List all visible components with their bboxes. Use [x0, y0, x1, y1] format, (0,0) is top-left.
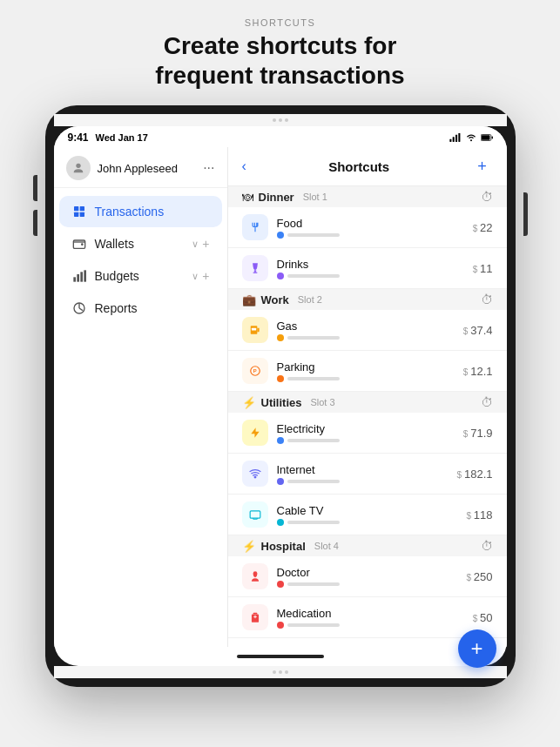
medication-bar: [287, 623, 340, 627]
internet-name: Internet: [277, 463, 457, 476]
dinner-slot-label: Slot 1: [303, 192, 327, 202]
hospital-slot-name: Hospital: [261, 540, 306, 553]
hospital-slot-label: Slot 4: [314, 541, 339, 551]
dinner-slot-name: Dinner: [259, 191, 294, 204]
gas-bar: [287, 336, 340, 340]
header-title: Create shortcuts for frequent transactio…: [155, 31, 404, 90]
utilities-clock-icon: ⏱: [481, 395, 493, 409]
shortcut-food[interactable]: Food $ 22: [228, 207, 507, 248]
shortcut-gas[interactable]: Gas $ 37.4: [228, 310, 507, 351]
main-panel: ‹ Shortcuts + 🍽 Dinner Slot 1 ⏱: [228, 147, 507, 647]
shortcut-doctor[interactable]: Doctor $ 250: [228, 556, 507, 597]
svg-rect-9: [74, 206, 78, 211]
svg-point-4: [470, 140, 472, 142]
svg-rect-10: [79, 206, 84, 211]
sidebar-header: John Appleseed ···: [54, 147, 227, 188]
dinner-slot-icon: 🍽: [242, 191, 253, 204]
drinks-bar: [287, 274, 340, 278]
gas-amount: $ 37.4: [463, 324, 493, 337]
shortcut-cabletv[interactable]: Cable TV $ 118: [228, 495, 507, 535]
hospital-clock-icon: ⏱: [481, 539, 493, 553]
svg-rect-0: [449, 139, 451, 142]
gas-icon: [242, 317, 268, 343]
cabletv-bar: [287, 521, 340, 524]
shortcuts-list: 🍽 Dinner Slot 1 ⏱: [228, 186, 507, 647]
drinks-icon: [242, 255, 268, 281]
sidebar-item-budgets[interactable]: Budgets ∨ +: [59, 260, 222, 292]
drinks-details: Drinks: [277, 258, 473, 279]
parking-amount: $ 12.1: [463, 365, 493, 378]
medication-icon: [242, 604, 268, 630]
svg-rect-3: [458, 133, 460, 142]
dot-b3: [285, 670, 288, 674]
svg-rect-22: [251, 328, 255, 331]
app-area: John Appleseed ···: [54, 147, 507, 647]
doctor-icon: [242, 563, 268, 589]
status-date: Wed Jan 17: [96, 132, 148, 143]
utilities-slot-label: Slot 3: [310, 397, 334, 407]
transactions-icon: [71, 204, 87, 219]
budgets-plus[interactable]: +: [202, 269, 209, 283]
dot1: [273, 118, 276, 122]
sidebar-item-transactions[interactable]: Transactions: [59, 196, 222, 227]
wifi-icon: [465, 133, 477, 142]
sidebar-budgets-label: Budgets: [95, 269, 139, 283]
dot3: [285, 118, 288, 122]
work-slot-name: Work: [261, 293, 289, 306]
status-icons: [449, 133, 493, 142]
work-slot-icon: 💼: [242, 293, 256, 306]
reports-icon: [71, 300, 87, 316]
slot-work: 💼 Work Slot 2 ⏱: [228, 289, 507, 310]
electricity-name: Electricity: [277, 422, 463, 435]
svg-marker-25: [251, 427, 259, 438]
sidebar-item-reports[interactable]: Reports: [59, 293, 222, 324]
shortcut-electricity[interactable]: Electricity $ 71.9: [228, 413, 507, 454]
shortcut-medication[interactable]: Medication $ 50: [228, 597, 507, 638]
slot-dinner: 🍽 Dinner Slot 1 ⏱: [228, 186, 507, 207]
wallets-plus[interactable]: +: [202, 237, 209, 251]
add-shortcut-button[interactable]: +: [472, 156, 493, 177]
medication-dot: [277, 622, 284, 629]
username-label: John Appleseed: [98, 162, 179, 175]
cabletv-details: Cable TV: [277, 504, 467, 526]
svg-rect-12: [79, 212, 84, 217]
device-frame: 9:41 Wed Jan 17: [45, 105, 516, 687]
cabletv-dot: [277, 519, 284, 526]
avatar: [66, 156, 91, 180]
back-button[interactable]: ‹: [242, 158, 246, 174]
title-line2: frequent transactions: [155, 62, 404, 89]
electricity-bar: [287, 439, 340, 442]
parking-details: Parking: [277, 360, 463, 382]
sidebar-menu-button[interactable]: ···: [203, 160, 214, 176]
svg-rect-16: [80, 273, 83, 282]
shortcut-parking[interactable]: P Parking $ 12.1: [228, 351, 507, 392]
doctor-name: Doctor: [277, 566, 467, 579]
drinks-name: Drinks: [277, 258, 473, 271]
svg-rect-17: [84, 271, 86, 282]
bottom-dots: [54, 666, 507, 678]
sidebar-item-wallets[interactable]: Wallets ∨ +: [59, 228, 222, 259]
svg-rect-20: [253, 273, 257, 273]
budgets-icon: [71, 268, 87, 284]
hospital-slot-icon: ⚡: [242, 540, 256, 553]
power-button: [523, 192, 528, 236]
utilities-slot-name: Utilities: [261, 396, 302, 409]
shortcut-internet[interactable]: Internet $ 182.1: [228, 454, 507, 495]
shortcut-drinks[interactable]: Drinks $ 11: [228, 248, 507, 289]
parking-bar: [287, 377, 340, 380]
internet-details: Internet: [277, 463, 457, 485]
svg-rect-7: [491, 137, 492, 139]
svg-rect-15: [77, 274, 79, 282]
dot-b1: [273, 670, 276, 674]
internet-amount: $ 182.1: [457, 468, 493, 481]
svg-rect-19: [253, 271, 255, 273]
signal-icon: [449, 133, 462, 142]
budgets-chevron: ∨: [192, 271, 199, 282]
slot-utilities: ⚡ Utilities Slot 3 ⏱: [228, 392, 507, 413]
parking-icon: P: [242, 358, 268, 384]
parking-name: Parking: [277, 360, 463, 374]
electricity-icon: [242, 420, 268, 446]
wallets-icon: [71, 236, 87, 252]
food-bar: [287, 233, 340, 237]
medication-amount: $ 50: [473, 611, 493, 624]
